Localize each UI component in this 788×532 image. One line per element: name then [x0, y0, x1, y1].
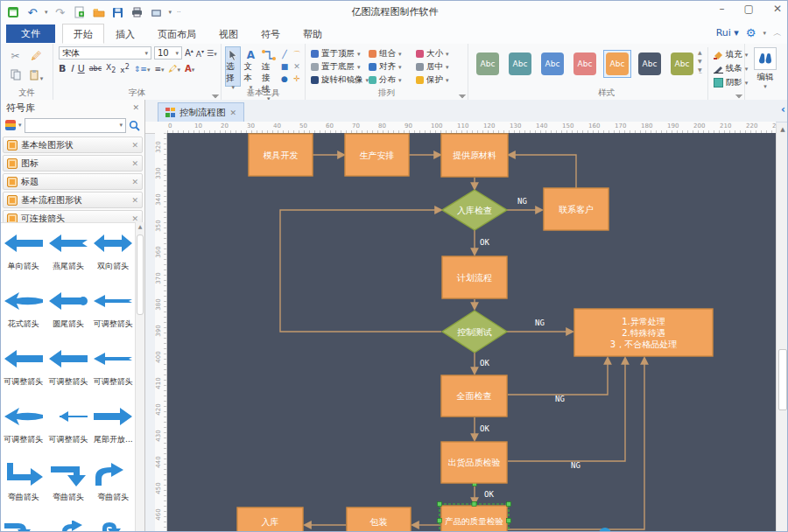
arrange-item-分布[interactable]: 分布▾ [369, 74, 416, 87]
flow-node-全面检查[interactable]: 全面检查 [441, 375, 507, 416]
crop-tool-icon[interactable]: ✛ [293, 74, 300, 83]
flow-connector[interactable] [509, 155, 576, 188]
arrange-item-对齐[interactable]: 对齐▾ [369, 60, 416, 74]
maximize-button[interactable]: ▢ [744, 3, 754, 15]
library-section-基本绘图形状[interactable]: 基本绘图形状✕ [3, 136, 143, 153]
arrow-shape-hk[interactable] [91, 521, 136, 532]
symbol-library-close-icon[interactable]: ✕ [132, 103, 139, 112]
minimize-button[interactable]: – [720, 3, 725, 15]
paste-icon[interactable]: ▾ [30, 69, 44, 82]
arrow-shape-圆尾箭头[interactable]: 圆尾箭头 [46, 290, 90, 347]
sidebar-scrollbar[interactable]: ▲ [135, 222, 144, 532]
arrow-shape-燕尾箭头[interactable]: 燕尾箭头 [46, 232, 90, 290]
ribbon-tab-符号[interactable]: 符号 [250, 24, 292, 44]
flow-node-入库[interactable]: 入库 [237, 508, 303, 532]
superscript-button[interactable]: x2 [120, 63, 129, 74]
flow-connector[interactable] [508, 358, 644, 529]
arrow-shape-弯曲箭头[interactable]: 弯曲箭头 [91, 463, 136, 521]
line-spacing-icon[interactable]: ⇕≡▾ [134, 65, 151, 74]
arrow-shape-可调整箭头[interactable]: 可调整箭头 [1, 405, 46, 463]
document-tab[interactable]: 控制流程图 ✕ [158, 102, 244, 122]
ribbon-collapse-icon[interactable]: ︿ [773, 27, 782, 39]
ribbon-tab-帮助[interactable]: 帮助 [292, 24, 334, 44]
library-section-基本流程图形状[interactable]: 基本流程图形状✕ [3, 192, 143, 208]
underline-button[interactable]: U [78, 63, 85, 74]
user-account-button[interactable]: Rui ▾ [716, 27, 739, 38]
section-close-icon[interactable]: ✕ [131, 178, 138, 186]
flow-node-联系客户[interactable]: 联系客户 [544, 188, 609, 230]
gear-caret-icon[interactable]: ▾ [763, 30, 766, 37]
search-icon[interactable] [129, 120, 140, 131]
delete-tool-icon[interactable]: ✕ [293, 62, 300, 71]
arrow-shape-双向箭头[interactable]: 双向箭头 [91, 232, 136, 290]
fill-option[interactable]: 填充▾ [714, 49, 749, 60]
library-section-标题[interactable]: 标题✕ [3, 173, 143, 190]
line-tool-icon[interactable]: ╱ [282, 50, 286, 59]
style-swatch-2[interactable]: Abc [538, 50, 566, 78]
library-icon[interactable] [5, 120, 16, 130]
align-menu-icon[interactable]: ☰▾ [207, 49, 217, 58]
strikethrough-button[interactable]: abc [89, 65, 102, 73]
find-button[interactable] [754, 47, 777, 70]
bullet-list-icon[interactable]: ≡▾ [154, 65, 164, 74]
section-close-icon[interactable]: ✕ [131, 159, 138, 168]
copy-icon[interactable] [11, 69, 21, 82]
ribbon-tab-页面布局[interactable]: 页面布局 [146, 24, 208, 44]
canvas-scrollbar-thumb[interactable] [778, 349, 787, 410]
flow-node-生产安排[interactable]: 生产安排 [345, 134, 409, 176]
style-swatch-5[interactable]: Abc [636, 50, 664, 78]
rectangle-tool-icon[interactable]: ■ [281, 62, 289, 71]
arrange-item-置于顶层[interactable]: 置于顶层▾ [311, 47, 369, 60]
arrow-shape-尾部开放...[interactable]: 尾部开放... [91, 405, 136, 463]
library-section-图标[interactable]: 图标✕ [3, 155, 143, 172]
arrange-item-组合[interactable]: 组合▾ [369, 47, 416, 60]
text-tool-button[interactable]: A 文本▾ [243, 46, 258, 87]
highlight-icon[interactable]: 🖍▾ [168, 64, 180, 74]
drawing-canvas[interactable]: NGOKNGOKNGOKNGOK模具开发生产安排提供原材料联系客户入库检查计划流… [167, 133, 776, 532]
canvas-scrollbar[interactable]: ▲ [776, 123, 788, 532]
arrange-item-居中[interactable]: 居中▾ [416, 60, 461, 74]
section-close-icon[interactable]: ✕ [131, 141, 138, 150]
format-painter-icon[interactable]: 🖉 [32, 51, 42, 61]
swatch-up-icon[interactable]: ▲ [698, 49, 702, 55]
ribbon-tab-视图[interactable]: 视图 [208, 24, 250, 44]
library-caret-icon[interactable]: ▾ [18, 122, 22, 129]
arrow-shape-可调整箭头[interactable]: 可调整箭头 [46, 405, 90, 463]
arrange-item-大小[interactable]: 大小▾ [416, 47, 461, 60]
arrow-shape-cd[interactable] [1, 521, 46, 532]
file-menu-button[interactable]: 文件 [6, 24, 55, 43]
flow-node-1.异常处理[interactable]: 1.异常处理2.特殊待遇3，不合格品处理 [574, 309, 713, 356]
swatch-down-icon[interactable]: ▼ [698, 58, 702, 64]
scrollbar-up-icon[interactable]: ▲ [777, 123, 788, 136]
font-size-select[interactable]: 10▾ [154, 46, 182, 60]
edit-caret-icon[interactable]: ▾ [763, 83, 767, 90]
cut-icon[interactable]: ✂ [11, 51, 19, 61]
bold-button[interactable]: B [59, 63, 66, 74]
flow-node-出货品质检验[interactable]: 出货品质检验 [441, 442, 507, 483]
flow-node-提供原材料[interactable]: 提供原材料 [441, 134, 508, 177]
flow-node-控制测试[interactable]: 控制测试 [442, 311, 507, 353]
flow-node-入库检查[interactable]: 入库检查 [442, 190, 507, 230]
arrow-shape-弯曲箭头[interactable]: 弯曲箭头 [46, 463, 90, 521]
gear-icon[interactable]: ⚙ [746, 26, 756, 39]
arrow-shape-可调整箭头[interactable]: 可调整箭头 [91, 290, 136, 347]
arrow-shape-可调整箭头[interactable]: 可调整箭头 [1, 347, 46, 405]
swatch-more-icon[interactable]: ▼̲ [698, 66, 702, 73]
arc-tool-icon[interactable]: ⌒ [292, 49, 300, 60]
shrink-font-icon[interactable]: A▾ [196, 48, 204, 59]
arrange-item-旋转和镜像[interactable]: 旋转和镜像▾ [311, 74, 369, 87]
arrow-shape-花式箭头[interactable]: 花式箭头 [1, 290, 46, 347]
subscript-button[interactable]: X2 [106, 63, 116, 74]
arrow-shape-可调整箭头[interactable]: 可调整箭头 [46, 347, 90, 405]
panel-collapse-chevron-icon[interactable]: ‹ [781, 103, 785, 116]
section-close-icon[interactable]: ✕ [131, 196, 138, 205]
flow-connector[interactable] [508, 358, 608, 395]
arrow-shape-弯曲箭头[interactable]: 弯曲箭头 [1, 463, 46, 521]
flow-connector[interactable] [280, 210, 441, 332]
font-name-select[interactable]: 宋体▾ [59, 46, 151, 60]
flow-node-模具开发[interactable]: 模具开发 [249, 134, 313, 176]
arrange-item-置于底层[interactable]: 置于底层▾ [311, 60, 369, 74]
ribbon-tab-开始[interactable]: 开始 [62, 24, 104, 44]
flow-node-包装[interactable]: 包装 [347, 508, 411, 532]
connector-tool-button[interactable]: 连接线▾ [261, 46, 277, 87]
